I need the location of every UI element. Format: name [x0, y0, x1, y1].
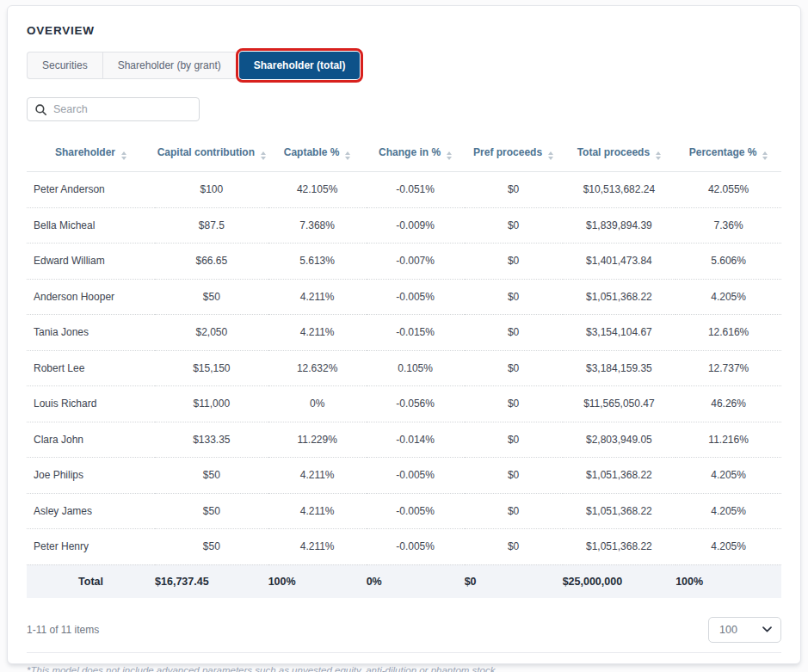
percentage-pct-cell: 4.205% [675, 458, 781, 494]
tab-shareholder-by-grant[interactable]: Shareholder (by grant) [102, 52, 236, 78]
percentage-pct-cell: 4.205% [675, 493, 781, 529]
table-row: Joe Philips $50 4.211% -0.005% $0 $1,051… [27, 458, 781, 494]
capital-contribution-cell: $87.5 [155, 207, 268, 244]
capital-contribution-cell: $50 [155, 458, 268, 494]
page-size-value: 100 [719, 624, 737, 636]
search-box[interactable] [27, 97, 200, 121]
column-header-capital-contribution[interactable]: Capital contribution [155, 139, 268, 172]
total-percentage-pct: 100% [675, 564, 781, 598]
tab-securities[interactable]: Securities [28, 52, 102, 78]
shareholder-cell: Clara John [27, 422, 155, 458]
column-header-captable-pct[interactable]: Captable % [268, 139, 367, 172]
shareholder-cell: Edward William [27, 244, 155, 280]
tab-group: Securities Shareholder (by grant) [27, 52, 236, 79]
column-label: Captable % [284, 146, 340, 158]
change-in-pct-cell: -0.005% [367, 529, 465, 565]
column-label: Change in % [379, 146, 441, 158]
pref-proceeds-cell: $0 [465, 207, 563, 244]
shareholder-cell: Tania Jones [27, 315, 155, 351]
percentage-pct-cell: 4.205% [675, 279, 781, 315]
percentage-pct-cell: 5.606% [675, 244, 781, 280]
capital-contribution-cell: $2,050 [155, 315, 268, 351]
total-pref-proceeds: $0 [465, 564, 563, 598]
total-proceeds-cell: $1,051,368.22 [563, 458, 676, 494]
capital-contribution-cell: $50 [155, 529, 268, 565]
pref-proceeds-cell: $0 [465, 244, 563, 280]
column-header-change-in-pct[interactable]: Change in % [367, 139, 465, 172]
shareholder-cell: Asley James [27, 493, 155, 529]
table-row: Anderson Hooper $50 4.211% -0.005% $0 $1… [27, 279, 781, 315]
captable-pct-cell: 7.368% [268, 207, 367, 244]
chevron-down-icon [762, 626, 772, 632]
search-icon [35, 104, 53, 115]
shareholder-cell: Robert Lee [27, 350, 155, 386]
sort-icon[interactable] [261, 151, 266, 160]
column-header-pref-proceeds[interactable]: Pref proceeds [465, 139, 563, 172]
pagination-bar: 1-11 of 11 items 100 [27, 617, 781, 643]
table-row: Edward William $66.65 5.613% -0.007% $0 … [27, 244, 781, 280]
table-header: Shareholder Capital contribution Captabl… [27, 139, 781, 172]
total-proceeds-cell: $1,401,473.84 [563, 244, 676, 280]
shareholder-cell: Joe Philips [27, 458, 155, 494]
tab-shareholder-total[interactable]: Shareholder (total) [239, 52, 361, 79]
total-captable-pct: 100% [268, 564, 367, 598]
column-header-percentage-pct[interactable]: Percentage % [675, 139, 781, 172]
column-label: Pref proceeds [473, 146, 542, 158]
change-in-pct-cell: -0.056% [367, 386, 465, 422]
sort-icon[interactable] [121, 151, 126, 160]
change-in-pct-cell: -0.014% [367, 422, 465, 458]
total-capital-contribution: $16,737.45 [155, 564, 268, 598]
total-proceeds-cell: $1,051,368.22 [563, 493, 676, 529]
pref-proceeds-cell: $0 [465, 386, 563, 422]
shareholder-cell: Anderson Hooper [27, 279, 155, 315]
captable-pct-cell: 42.105% [268, 172, 367, 208]
percentage-pct-cell: 12.737% [675, 350, 781, 386]
change-in-pct-cell: 0.105% [367, 350, 465, 386]
percentage-pct-cell: 4.205% [675, 529, 781, 565]
sort-icon[interactable] [548, 151, 553, 160]
column-header-shareholder[interactable]: Shareholder [27, 139, 155, 172]
sort-icon[interactable] [447, 151, 452, 160]
capital-contribution-cell: $133.35 [155, 422, 268, 458]
sort-icon[interactable] [345, 151, 350, 160]
shareholder-cell: Bella Micheal [27, 207, 155, 244]
column-label: Percentage % [689, 146, 757, 158]
column-label: Total proceeds [577, 146, 650, 158]
captable-pct-cell: 12.632% [268, 350, 367, 386]
percentage-pct-cell: 7.36% [675, 207, 781, 244]
disclaimer-footnote: *This model does not include advanced pa… [27, 665, 781, 672]
change-in-pct-cell: -0.005% [367, 493, 465, 529]
change-in-pct-cell: -0.009% [367, 207, 465, 244]
change-in-pct-cell: -0.005% [367, 279, 465, 315]
table-body: Peter Anderson $100 42.105% -0.051% $0 $… [27, 172, 781, 565]
page-size-select[interactable]: 100 [708, 617, 781, 643]
pref-proceeds-cell: $0 [465, 279, 563, 315]
total-row: Total $16,737.45 100% 0% $0 $25,000,000 … [27, 564, 781, 598]
total-change-in-pct: 0% [367, 564, 465, 598]
captable-pct-cell: 0% [268, 386, 367, 422]
capital-contribution-cell: $11,000 [155, 386, 268, 422]
percentage-pct-cell: 11.216% [675, 422, 781, 458]
captable-pct-cell: 4.211% [268, 279, 367, 315]
percentage-pct-cell: 42.055% [675, 172, 781, 208]
percentage-pct-cell: 12.616% [675, 315, 781, 351]
search-input[interactable] [53, 103, 191, 115]
column-label: Capital contribution [157, 146, 255, 158]
table-row: Bella Micheal $87.5 7.368% -0.009% $0 $1… [27, 207, 781, 244]
table-row: Tania Jones $2,050 4.211% -0.015% $0 $3,… [27, 315, 781, 351]
total-proceeds-cell: $11,565,050.47 [563, 386, 676, 422]
sort-icon[interactable] [762, 151, 768, 160]
shareholder-table: Shareholder Capital contribution Captabl… [27, 139, 781, 598]
footer-divider [27, 652, 781, 653]
pref-proceeds-cell: $0 [465, 350, 563, 386]
sort-icon[interactable] [656, 151, 661, 160]
table-row: Peter Anderson $100 42.105% -0.051% $0 $… [27, 172, 781, 208]
tab-bar: Securities Shareholder (by grant) Shareh… [27, 52, 781, 79]
column-header-total-proceeds[interactable]: Total proceeds [563, 139, 676, 172]
captable-pct-cell: 4.211% [268, 493, 367, 529]
total-proceeds-cell: $1,839,894.39 [563, 207, 676, 244]
captable-pct-cell: 4.211% [268, 458, 367, 494]
table-row: Peter Henry $50 4.211% -0.005% $0 $1,051… [27, 529, 781, 565]
total-proceeds-cell: $2,803,949.05 [563, 422, 676, 458]
capital-contribution-cell: $15,150 [155, 350, 268, 386]
